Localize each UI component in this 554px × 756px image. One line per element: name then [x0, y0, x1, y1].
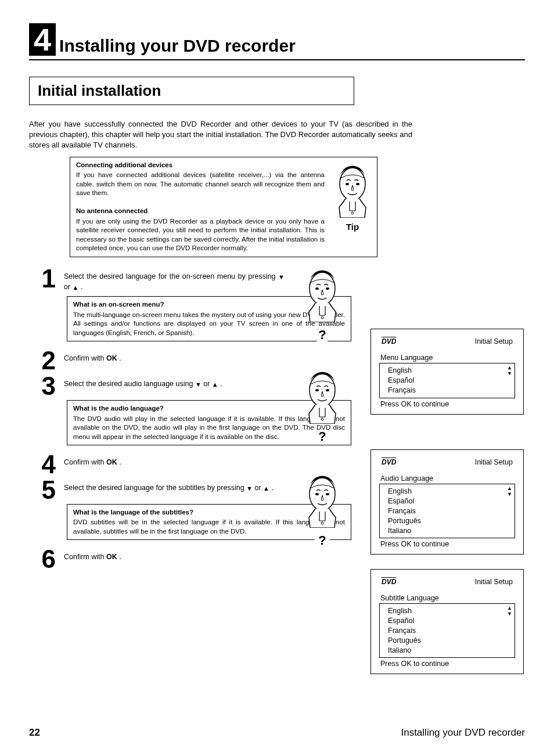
dvd-logo-icon: DVD: [382, 578, 396, 586]
osd-footer: Press OK to continue: [377, 400, 517, 408]
osd-footer: Press OK to continue: [377, 540, 517, 548]
step-number-3: 3: [29, 375, 64, 397]
tip-subhead-2: No antenna connected: [76, 207, 325, 216]
osd-option: Français: [380, 506, 515, 516]
down-arrow-icon: ▼: [246, 485, 253, 492]
question-icon: ?: [314, 429, 330, 444]
step-number-5: 5: [29, 479, 64, 501]
osd-box-subtitle-language: DVD Initial Setup Subtitle Language ▲▼ E…: [370, 569, 524, 591]
face-icon: [332, 160, 373, 218]
osd-menu-language-label: Menu Language: [377, 354, 517, 362]
step-2-text: Confirm with OK .: [64, 350, 285, 364]
osd-option: English: [380, 366, 515, 376]
chapter-number-badge: 4: [29, 23, 56, 56]
question-icon: ?: [314, 533, 330, 548]
dvd-logo-icon: DVD: [382, 337, 396, 345]
step-4-text: Confirm with OK .: [64, 453, 285, 468]
up-arrow-icon: ▲: [73, 284, 79, 291]
section-title-box: Initial installation: [29, 77, 354, 105]
osd-setup-label: Initial Setup: [475, 337, 513, 345]
osd-box-audio-language: DVD Initial Setup Audio Language ▲▼ Engl…: [370, 449, 524, 555]
chapter-title: Installing your DVD recorder: [59, 36, 296, 56]
divider: [29, 59, 525, 60]
face-icon: [302, 264, 343, 322]
face-icon: [302, 366, 343, 424]
step-3-text: Select the desired audio language using …: [64, 375, 285, 390]
osd-option: Italiano: [380, 526, 515, 536]
face-icon: [302, 470, 343, 528]
step-number-2: 2: [29, 350, 64, 371]
down-arrow-icon: ▼: [195, 381, 202, 388]
intro-paragraph: After you have successfully connected th…: [29, 119, 412, 151]
osd-option: Português: [380, 516, 515, 526]
tip-label: Tip: [330, 222, 375, 232]
down-arrow-icon: ▼: [278, 273, 285, 280]
tip-body-1: If you have connected additional devices…: [76, 171, 325, 196]
tip-subhead-1: Connecting additional devices: [76, 161, 325, 170]
question-icon: ?: [314, 327, 330, 343]
step-number-6: 6: [29, 548, 64, 570]
tip-body-2: If you are only using the DVD Recorder a…: [76, 218, 325, 252]
step-number-1: 1: [29, 268, 64, 289]
step-6-text: Confirm with OK .: [64, 548, 285, 563]
step-number-4: 4: [29, 453, 64, 475]
osd-setup-label: Initial Setup: [475, 458, 513, 466]
step-5-text: Select the desired language for the subt…: [64, 479, 285, 494]
up-arrow-icon: ▲: [263, 485, 269, 492]
dvd-logo-icon: DVD: [382, 458, 396, 466]
up-arrow-icon: ▲: [212, 381, 218, 388]
section-title: Initial installation: [38, 82, 346, 100]
tip-block: Connecting additional devices If you hav…: [70, 157, 377, 257]
osd-box-menu-language: DVD Initial Setup Menu Language ▲▼ Engli…: [370, 329, 524, 415]
step-1-text: Select the desired language for the on-s…: [64, 268, 285, 293]
osd-setup-label: Initial Setup: [475, 578, 513, 586]
